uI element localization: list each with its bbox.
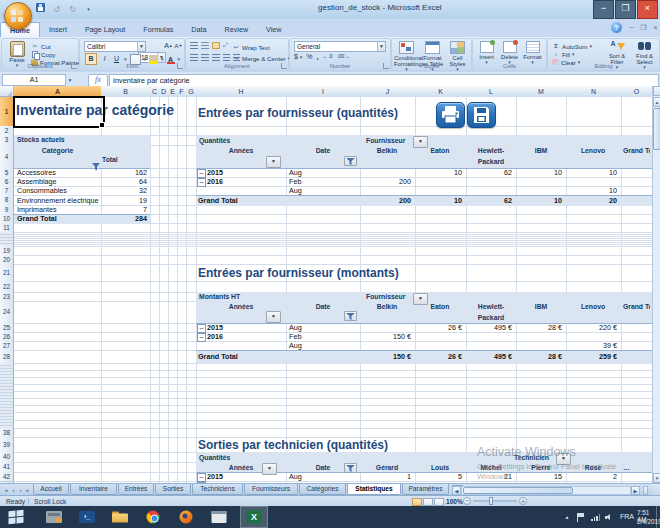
date-filter-button[interactable] [344,156,357,166]
sheet-tab-sorties[interactable]: Sorties [155,484,191,495]
pivot-value-cell[interactable]: 2 [573,473,617,481]
inventory-category-header[interactable]: Catégorie [14,147,101,154]
column-header-O[interactable]: O [621,86,653,97]
pivot-value-cell[interactable]: 1 [367,473,411,481]
print-button[interactable] [436,102,465,128]
page-layout-view-button[interactable] [423,498,433,506]
year-expand-box[interactable]: – [197,178,206,187]
row-header-4[interactable]: 4 [0,145,14,169]
pivot-date-label[interactable]: Aug [289,324,302,332]
hscroll-left-button[interactable]: ◀ [452,486,461,495]
years-dropdown-button[interactable]: ▼ [266,311,281,323]
inventory-row-label[interactable]: Environnement électrique [17,196,99,205]
taskbar-icon-app-window[interactable] [205,506,233,528]
fill-handle[interactable] [99,122,105,128]
year-expand-box[interactable]: – [197,473,206,482]
taskbar-icon-excel[interactable]: X [240,506,268,528]
pivot-value-cell[interactable]: 10 [518,169,562,177]
pivot-value-cell[interactable]: 10 [573,187,617,195]
row-header-24[interactable]: 24 [0,301,14,324]
action-center-flag-icon[interactable] [577,513,578,522]
sheet-tab-statistiques[interactable]: Statistiques [347,484,401,495]
language-indicator[interactable]: FRA [620,506,634,528]
pivot-value-cell[interactable]: 150 € [367,333,411,341]
scroll-down-button[interactable]: ▼ [653,473,660,483]
column-header-M[interactable]: M [516,86,567,97]
sheet-tab-fournisseurs[interactable]: Fournisseurs [244,484,298,495]
taskbar-icon-firefox[interactable] [172,506,200,528]
taskbar-icon-server-manager[interactable] [40,506,68,528]
years-dropdown-button[interactable]: ▼ [266,156,281,168]
year-expand-box[interactable]: – [197,324,206,333]
tray-expand-button[interactable]: ▲ [563,514,571,521]
sheet-tab-paramètres[interactable]: Paramètres [402,484,449,495]
inventory-row-value[interactable]: 162 [107,169,147,177]
pivot-year-label[interactable]: 2015 [207,473,223,481]
hscroll-right-button[interactable]: ▶ [631,486,640,495]
pivot-year-label[interactable]: 2016 [207,178,223,186]
pivot-year-label[interactable]: 2015 [207,169,223,177]
first-sheet-button[interactable]: « [3,486,10,494]
zoom-slider-thumb[interactable] [489,497,493,505]
column-header-K[interactable]: K [415,86,467,97]
save-button[interactable] [467,102,496,128]
pivot-value-cell[interactable]: 62 [468,169,512,177]
pivot-value-cell[interactable]: 495 € [468,324,512,332]
year-expand-box[interactable]: – [197,333,206,342]
taskbar-icon-file-explorer[interactable] [106,506,134,528]
column-header-I[interactable]: I [286,86,361,97]
horizontal-scroll-thumb[interactable] [463,487,573,494]
inventory-row-value[interactable]: 64 [107,178,147,186]
pivot-year-label[interactable]: 2016 [207,333,223,341]
row-header-28[interactable]: 28 [0,350,14,364]
pivot-value-cell[interactable]: 15 [518,473,562,481]
pivot-value-cell[interactable]: 39 € [573,342,617,350]
pivot-value-cell[interactable]: 220 € [573,324,617,332]
zoom-out-button[interactable]: − [463,497,471,505]
sheet-tab-techniciens[interactable]: Techniciens [192,484,243,495]
pivot-value-cell[interactable]: 200 [367,178,411,186]
inventory-row-label[interactable]: Imprimantes [17,206,57,214]
pivot-year-label[interactable]: 2015 [207,324,223,332]
pivot-value-cell[interactable]: 26 € [418,324,462,332]
pivot-value-cell[interactable]: 10 [418,169,462,177]
page-break-view-button[interactable] [434,498,444,506]
inventory-row-value[interactable]: 19 [107,196,147,205]
pivot-field-dropdown-button[interactable]: ▼ [413,136,428,148]
normal-view-button[interactable] [412,498,422,506]
row-header-1[interactable]: 1 [0,97,14,127]
tab-split-handle[interactable] [643,486,648,495]
vertical-scrollbar[interactable]: ▲ ▼ [652,86,660,483]
show-desktop-button[interactable] [656,506,660,528]
inventory-row-label[interactable]: Consommables [17,187,67,195]
taskbar-icon-start[interactable] [2,506,30,528]
split-handle[interactable] [653,86,660,96]
row-header-39[interactable]: 39 [0,437,14,453]
zoom-in-button[interactable]: + [519,497,527,505]
taskbar-icon-chrome[interactable] [139,506,167,528]
pivot-value-cell[interactable]: 5 [418,473,462,481]
years-dropdown-button[interactable]: ▼ [262,463,277,475]
pivot-date-label[interactable]: Aug [289,187,302,195]
column-header-B[interactable]: B [101,86,151,97]
pivot-value-cell[interactable]: 28 € [518,324,562,332]
inventory-row-label[interactable]: Assemblage [17,178,57,186]
inventory-total-header[interactable]: Total [102,156,118,163]
column-header-L[interactable]: L [466,86,517,97]
office-button[interactable] [4,2,32,30]
next-sheet-button[interactable]: › [17,486,24,494]
pivot-date-label[interactable]: Feb [289,333,301,341]
pivot-date-label[interactable]: Aug [289,342,302,350]
pivot-date-label[interactable]: Feb [289,178,301,186]
last-sheet-button[interactable]: » [24,486,31,494]
vertical-scroll-thumb[interactable] [653,108,660,150]
sheet-tab-catégories[interactable]: Catégories [299,484,346,495]
zoom-slider-track[interactable] [473,500,517,502]
inventory-row-value[interactable]: 32 [107,187,147,195]
pivot-date-label[interactable]: Aug [289,169,302,177]
scroll-up-button[interactable]: ▲ [653,97,660,107]
previous-sheet-button[interactable]: ‹ [10,486,17,494]
date-filter-button[interactable] [344,463,357,473]
inventory-row-value[interactable]: 7 [107,206,147,214]
column-header-H[interactable]: H [196,86,287,97]
